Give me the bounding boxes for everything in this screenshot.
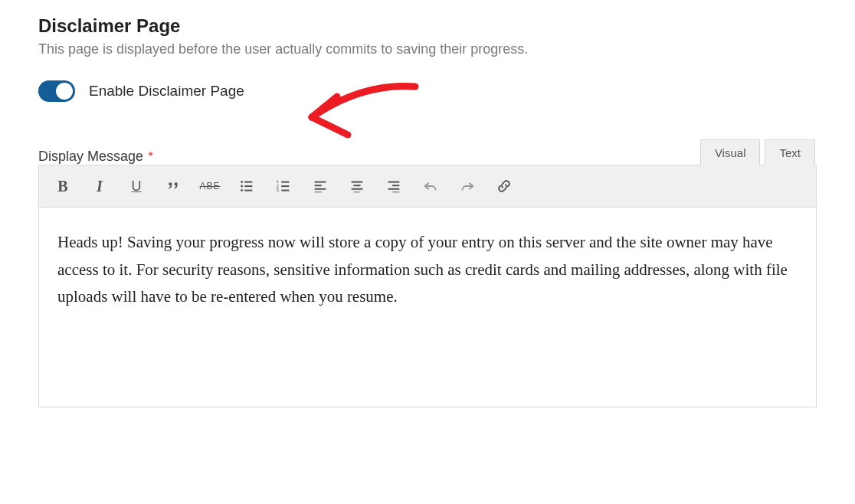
svg-rect-16 xyxy=(352,182,363,183)
undo-icon xyxy=(422,178,439,195)
svg-rect-18 xyxy=(352,188,363,190)
align-right-button[interactable] xyxy=(378,172,410,201)
svg-rect-21 xyxy=(392,185,399,186)
field-label-row: Display Message * Visual Text xyxy=(38,139,817,165)
section-heading: Disclaimer Page xyxy=(38,15,817,37)
editor-toolbar: B I U ABE 1 2 3 xyxy=(39,165,816,208)
svg-rect-13 xyxy=(315,185,322,186)
svg-rect-14 xyxy=(315,188,326,190)
align-center-icon xyxy=(349,178,365,195)
svg-text:3: 3 xyxy=(277,188,279,192)
toggle-knob xyxy=(56,83,73,100)
svg-rect-7 xyxy=(281,182,289,183)
svg-point-2 xyxy=(241,185,243,188)
bullet-list-icon xyxy=(238,178,255,195)
editor-content[interactable]: Heads up! Saving your progress now will … xyxy=(39,208,816,407)
bullet-list-button[interactable] xyxy=(231,172,263,201)
undo-button[interactable] xyxy=(414,172,447,201)
blockquote-button[interactable] xyxy=(157,172,189,201)
align-right-icon xyxy=(385,178,402,195)
editor-tabs: Visual Text xyxy=(700,139,815,165)
svg-rect-23 xyxy=(392,191,399,192)
svg-rect-12 xyxy=(315,182,326,183)
redo-icon xyxy=(459,178,476,195)
svg-rect-19 xyxy=(353,191,360,192)
tab-text[interactable]: Text xyxy=(765,139,815,165)
svg-rect-11 xyxy=(281,190,289,191)
svg-rect-1 xyxy=(244,182,252,183)
svg-rect-20 xyxy=(388,182,400,183)
toggle-label: Enable Disclaimer Page xyxy=(89,83,244,100)
section-description: This page is displayed before the user a… xyxy=(38,41,817,57)
svg-rect-22 xyxy=(388,188,400,190)
svg-rect-3 xyxy=(244,185,252,187)
align-left-button[interactable] xyxy=(304,172,336,201)
blockquote-icon xyxy=(165,178,182,195)
toggle-row: Enable Disclaimer Page xyxy=(38,80,817,102)
redo-button[interactable] xyxy=(451,172,483,201)
numbered-list-icon: 1 2 3 xyxy=(275,178,292,195)
svg-rect-17 xyxy=(353,185,360,186)
strikethrough-button[interactable]: ABE xyxy=(194,172,226,201)
align-center-button[interactable] xyxy=(341,172,373,201)
required-marker: * xyxy=(149,150,153,163)
underline-button[interactable]: U xyxy=(120,172,152,201)
align-left-icon xyxy=(312,178,329,195)
display-message-label: Display Message xyxy=(38,149,143,164)
enable-disclaimer-toggle[interactable] xyxy=(38,80,75,102)
svg-point-0 xyxy=(241,181,243,183)
svg-rect-9 xyxy=(281,185,289,187)
wysiwyg-editor: B I U ABE 1 2 3 xyxy=(38,165,817,407)
link-button[interactable] xyxy=(488,172,520,201)
svg-rect-5 xyxy=(244,190,252,191)
svg-point-4 xyxy=(241,189,243,191)
italic-button[interactable]: I xyxy=(84,172,116,201)
tab-visual[interactable]: Visual xyxy=(700,139,761,165)
bold-button[interactable]: B xyxy=(47,172,79,201)
svg-rect-15 xyxy=(315,191,322,192)
link-icon xyxy=(496,178,513,195)
numbered-list-button[interactable]: 1 2 3 xyxy=(267,172,300,201)
